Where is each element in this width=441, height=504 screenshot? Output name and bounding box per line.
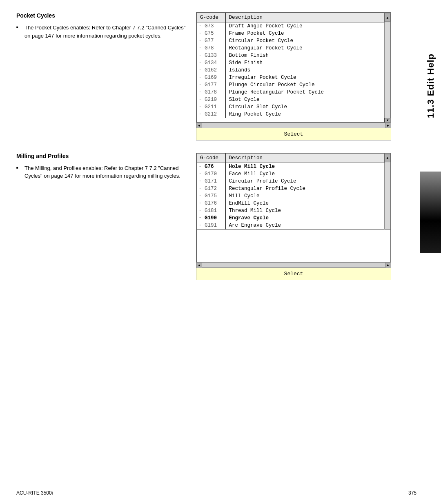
pocket-row-desc: Irregular Pocket Cycle [225,74,385,81]
milling-row-desc: Mill Cycle [225,192,385,200]
pocket-scrollbar-cell [385,52,391,59]
pocket-row-code: · G212 [197,111,225,118]
pocket-cycles-section: Pocket Cycles The Pocket Cycles enables:… [16,12,391,140]
pocket-row-code: · G78 [197,45,225,52]
pocket-table-row[interactable]: · G73Draft Angle Pocket Cycle [197,22,391,30]
pocket-table-row[interactable]: · G75Frame Pocket Cycle [197,30,391,37]
milling-col1-header: G-code [197,153,225,163]
page-container: 11.3 Edit Help Pocket Cycles The Pocket … [0,0,441,504]
pocket-select-button[interactable]: Select [196,128,391,140]
milling-table-row[interactable]: · G172Rectangular Profile Cycle [197,185,391,192]
pocket-table-row[interactable]: · G210Slot Cycle [197,96,391,103]
scroll-up-arrow-milling[interactable]: ▲ [385,154,390,162]
milling-select-button[interactable]: Select [196,268,391,280]
milling-row-code: · G171 [197,178,225,185]
milling-row-code: · G191 [197,222,225,230]
scroll-up-arrow-pocket[interactable]: ▲ [385,13,390,22]
milling-scrollbar-cell [385,170,391,178]
pocket-table-row[interactable]: · G78Rectangular Pocket Cycle [197,45,391,52]
pocket-row-desc: Side Finish [225,59,385,67]
pocket-cycles-title: Pocket Cycles [16,12,188,19]
pocket-scrollbar-cell [385,74,391,81]
pocket-scrollbar-cell [385,67,391,74]
pocket-table-row[interactable]: · G211Circular Slot Cycle [197,103,391,111]
pocket-scrollbar-track [202,123,385,128]
milling-row-code: · G176 [197,200,225,207]
main-content: Pocket Cycles The Pocket Cycles enables:… [0,0,420,504]
pocket-row-desc: Frame Pocket Cycle [225,30,385,37]
pocket-row-desc: Slot Cycle [225,96,385,103]
pocket-scrollbar-cell [385,96,391,103]
milling-table-row[interactable]: · G190Engrave Cycle [197,214,391,222]
pocket-row-code: · G134 [197,59,225,67]
pocket-scrollbar-cell [385,22,391,30]
pocket-row-desc: Plunge Rectangular Pocket Cycle [225,89,385,96]
pocket-table-row[interactable]: · G133Bottom Finish [197,52,391,59]
pocket-table-row[interactable]: · G177Plunge Circular Pocket Cycle [197,81,391,89]
milling-scrollbar-cell [385,178,391,185]
milling-table-row[interactable]: · G191Arc Engrave Cycle [197,222,391,230]
milling-row-desc: EndMill Cycle [225,200,385,207]
pocket-table-row[interactable]: · G77Circular Pocket Cycle [197,37,391,45]
pocket-scrollbar-cell [385,103,391,111]
pocket-scrollbar-cell [385,37,391,45]
pocket-row-code: · G211 [197,103,225,111]
pocket-table-row[interactable]: · G169Irregular Pocket Cycle [197,74,391,81]
pocket-table-row[interactable]: · G134Side Finish [197,59,391,67]
pocket-row-code: · G75 [197,30,225,37]
milling-scrollbar-cell [385,222,391,230]
milling-row-desc: Circular Profile Cycle [225,178,385,185]
pocket-cycles-left: Pocket Cycles The Pocket Cycles enables:… [16,12,188,44]
pocket-scrollbar-cell [385,89,391,96]
milling-profiles-table-container: G-code Description ▲ · G76Hole Mill Cycl… [196,153,391,280]
pocket-horizontal-scrollbar: ◄ ► [196,123,391,128]
chapter-label-text: 11.3 Edit Help [425,54,436,118]
pocket-cycles-table-wrapper: G-code Description ▲ · G73Draft Angle Po… [196,12,391,128]
milling-table-wrapper: G-code Description ▲ · G76Hole Mill Cycl… [196,153,391,268]
pocket-row-desc: Circular Pocket Cycle [225,37,385,45]
pocket-row-desc: Islands [225,67,385,74]
footer-page-number: 375 [408,490,416,496]
milling-table-row[interactable]: · G176EndMill Cycle [197,200,391,207]
pocket-row-code: · G178 [197,89,225,96]
milling-scrollbar-cell [385,163,391,170]
milling-table-row[interactable]: · G170Face Mill Cycle [197,170,391,178]
milling-row-code: · G181 [197,207,225,214]
milling-table: G-code Description ▲ · G76Hole Mill Cycl… [196,153,391,230]
pocket-cycles-table-container: G-code Description ▲ · G73Draft Angle Po… [196,12,391,140]
milling-table-row[interactable]: · G171Circular Profile Cycle [197,178,391,185]
milling-row-code: · G170 [197,170,225,178]
pocket-scrollbar-cell [385,30,391,37]
milling-row-code: · G76 [197,163,225,170]
scroll-down-arrow-pocket[interactable]: ▼ [385,118,391,122]
pocket-scroll-down-row: ▼ [197,118,391,122]
milling-row-desc: Hole Mill Cycle [225,163,385,170]
scroll-right-arrow-milling[interactable]: ► [385,263,391,268]
chapter-label: 11.3 Edit Help [420,0,441,172]
pocket-scrollbar-cell [385,81,391,89]
milling-table-row[interactable]: · G181Thread Mill Cycle [197,207,391,214]
scroll-left-arrow-milling[interactable]: ◄ [196,263,202,268]
milling-horizontal-scrollbar: ◄ ► [196,262,391,268]
milling-profiles-section: Milling and Profiles The Milling, and Pr… [16,153,391,280]
pocket-row-desc: Draft Angle Pocket Cycle [225,22,385,30]
pocket-table-row[interactable]: · G212Ring Pocket Cycle [197,111,391,118]
pocket-col1-header: G-code [197,13,225,22]
pocket-scrollbar-cell [385,111,391,118]
pocket-table-row[interactable]: · G162Islands [197,67,391,74]
milling-table-row[interactable]: · G76Hole Mill Cycle [197,163,391,170]
pocket-row-desc: Bottom Finish [225,52,385,59]
milling-table-row[interactable]: · G175Mill Cycle [197,192,391,200]
pocket-cycles-description: The Pocket Cycles enables: Refer to Chap… [16,24,188,40]
pocket-cycles-table: G-code Description ▲ · G73Draft Angle Po… [196,13,391,123]
milling-row-desc: Rectangular Profile Cycle [225,185,385,192]
pocket-row-code: · G177 [197,81,225,89]
page-footer: ACU-RITE 3500i 375 [16,490,416,496]
scroll-right-arrow-pocket[interactable]: ► [385,123,391,128]
milling-tbody: · G76Hole Mill Cycle· G170Face Mill Cycl… [197,163,391,229]
footer-brand: ACU-RITE 3500i [16,490,53,496]
scroll-left-arrow-pocket[interactable]: ◄ [196,123,202,128]
milling-profiles-left: Milling and Profiles The Milling, and Pr… [16,153,188,184]
pocket-table-row[interactable]: · G178Plunge Rectangular Pocket Cycle [197,89,391,96]
pocket-row-code: · G162 [197,67,225,74]
